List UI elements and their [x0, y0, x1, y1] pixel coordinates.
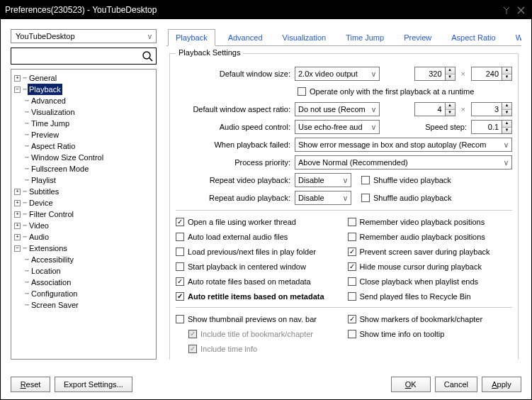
expand-icon[interactable]: +	[14, 200, 21, 206]
checkbox-shuffle-audio[interactable]: Shuffle audio playback	[361, 191, 452, 205]
input-size-height[interactable]: 240▲▼	[471, 67, 512, 81]
collapse-icon[interactable]: −	[14, 87, 21, 93]
collapse-icon[interactable]: −	[14, 245, 21, 252]
checkbox-start-playback-in-centered-window[interactable]: Start playback in centered window	[176, 260, 341, 273]
checkbox-show-markers-of-bookmark-chapter[interactable]: Show markers of bookmark/chapter	[348, 312, 513, 326]
tree-item-general[interactable]: +⋯General	[14, 72, 153, 84]
search-box[interactable]	[11, 48, 157, 65]
checkbox-auto-retitle-items-based-on-metadata[interactable]: Auto retitle items based on metadata	[176, 289, 341, 303]
select-process-priority[interactable]: Above Normal (Recommended)	[295, 155, 512, 170]
checkbox-send-played-files-to-recycle-bin[interactable]: Send played files to Recycle Bin	[348, 289, 513, 303]
checkbox-remember-audio-playback-positions[interactable]: Remember audio playback positions	[348, 230, 513, 243]
checkbox-load-previous-next-files-in-play-folder[interactable]: Load previous/next files in play folder	[176, 245, 341, 258]
input-speed-step[interactable]: 0.1▲▼	[471, 120, 512, 134]
checkbox-icon	[176, 277, 184, 286]
checkbox-remember-video-playback-positions[interactable]: Remember video playback positions	[348, 215, 513, 228]
checkbox-auto-rotate-files-based-on-metadata[interactable]: Auto rotate files based on metadata	[176, 274, 341, 288]
tree-item-time-jump[interactable]: ⋯Time Jump	[14, 118, 153, 129]
select-default-window-size[interactable]: 2.0x video output	[295, 67, 380, 81]
expand-icon[interactable]: +	[14, 75, 21, 82]
tree-label: Window Size Control	[30, 152, 105, 163]
checkbox-shuffle-video[interactable]: Shuffle video playback	[361, 174, 451, 187]
input-ar-width[interactable]: 4▲▼	[414, 102, 455, 116]
checkbox-open-a-file-using-worker-thread[interactable]: Open a file using worker thread	[176, 215, 341, 228]
checkbox-prevent-screen-saver-during-playback[interactable]: Prevent screen saver during playback	[348, 245, 513, 258]
checkbox-icon	[176, 248, 184, 256]
expand-icon[interactable]: +	[14, 234, 21, 240]
tab-wir[interactable]: Wir	[509, 30, 521, 45]
tree-item-screen-saver[interactable]: ⋯Screen Saver	[14, 299, 153, 311]
tree-item-association[interactable]: ⋯Association	[14, 277, 153, 288]
tree-label: Subtitles	[28, 186, 60, 197]
select-audio-speed[interactable]: Use echo-free aud	[295, 120, 380, 134]
expand-icon[interactable]: +	[14, 223, 21, 229]
tree-item-accessibility[interactable]: ⋯Accessibility	[14, 254, 153, 265]
select-default-aspect[interactable]: Do not use (Recom	[295, 102, 380, 116]
search-input[interactable]	[16, 50, 140, 62]
spinner-size-width[interactable]: ▲▼	[445, 67, 455, 80]
tree-item-playback[interactable]: −⋯Playback	[14, 84, 153, 95]
spinner-speed-step[interactable]: ▲▼	[502, 121, 511, 133]
tree-item-visualization[interactable]: ⋯Visualization	[14, 106, 153, 118]
tab-time-jump[interactable]: Time Jump	[339, 30, 391, 45]
tree-label: Audio	[28, 231, 50, 243]
tree-item-subtitles[interactable]: +⋯Subtitles	[14, 186, 153, 197]
tree-item-advanced[interactable]: ⋯Advanced	[14, 95, 153, 106]
label-default-window-size: Default window size:	[176, 70, 295, 78]
pin-icon[interactable]	[500, 4, 513, 16]
tree-item-aspect-ratio[interactable]: ⋯Aspect Ratio	[14, 140, 153, 152]
select-when-failed[interactable]: Show error message in box and stop autop…	[295, 138, 512, 152]
checkbox-show-time-info-on-tooltip[interactable]: Show time info on tooltip	[348, 327, 513, 340]
tree-item-video[interactable]: +⋯Video	[14, 220, 153, 231]
tree-item-filter-control[interactable]: +⋯Filter Control	[14, 209, 153, 220]
tab-preview[interactable]: Preview	[397, 30, 438, 45]
window-title: Preferences(230523) - YouTubeDesktop	[5, 5, 499, 15]
checkbox-show-thumbnail-previews-on-nav-bar[interactable]: Show thumbnail previews on nav. bar	[176, 312, 341, 326]
tab-advanced[interactable]: Advanced	[221, 30, 270, 45]
expand-icon[interactable]: +	[14, 211, 21, 218]
apply-button[interactable]: Apply	[482, 377, 521, 392]
tree-item-configuration[interactable]: ⋯Configuration	[14, 288, 153, 299]
label-speed-step: Speed step:	[425, 123, 467, 131]
titlebar[interactable]: Preferences(230523) - YouTubeDesktop	[1, 1, 531, 19]
multiply-icon: ×	[455, 70, 471, 78]
tab-bar: PlaybackAdvancedVisualizationTime JumpPr…	[166, 29, 521, 46]
spinner-ar-height[interactable]: ▲▼	[502, 103, 511, 116]
tree-label: Fullscreen Mode	[30, 163, 90, 174]
tree-item-extensions[interactable]: −⋯Extensions	[14, 243, 153, 254]
tree-item-fullscreen-mode[interactable]: ⋯Fullscreen Mode	[14, 163, 153, 174]
settings-tree[interactable]: +⋯General−⋯Playback⋯Advanced⋯Visualizati…	[11, 69, 157, 360]
cancel-button[interactable]: Cancel	[435, 377, 477, 392]
spinner-ar-width[interactable]: ▲▼	[445, 103, 455, 116]
input-size-width[interactable]: 320▲▼	[414, 67, 455, 81]
tree-item-audio[interactable]: +⋯Audio	[14, 231, 153, 243]
close-icon[interactable]	[514, 4, 527, 16]
checkbox-auto-load-external-audio-files[interactable]: Auto load external audio files	[176, 230, 341, 243]
checkbox-icon	[298, 87, 306, 96]
tree-item-preview[interactable]: ⋯Preview	[14, 129, 153, 140]
checkbox-icon	[176, 233, 184, 241]
search-icon[interactable]	[140, 49, 154, 63]
checkbox-hide-mouse-cursor-during-playback[interactable]: Hide mouse cursor during playback	[348, 260, 513, 273]
tab-aspect-ratio[interactable]: Aspect Ratio	[444, 30, 502, 45]
tree-item-window-size-control[interactable]: ⋯Window Size Control	[14, 152, 153, 163]
reset-button[interactable]: Reset	[11, 377, 50, 392]
spinner-size-height[interactable]: ▲▼	[502, 67, 511, 80]
tab-playback[interactable]: Playback	[168, 29, 215, 46]
tree-item-playlist[interactable]: ⋯Playlist	[14, 174, 153, 186]
profile-dropdown[interactable]: YouTubeDesktop	[11, 29, 157, 43]
expand-icon[interactable]: +	[14, 189, 21, 195]
multiply-icon: ×	[455, 105, 471, 113]
groupbox-legend: Playback Settings	[176, 48, 243, 57]
tab-visualization[interactable]: Visualization	[276, 30, 334, 45]
export-settings-button[interactable]: Export Settings...	[55, 377, 132, 392]
tree-item-device[interactable]: +⋯Device	[14, 197, 153, 209]
input-ar-height[interactable]: 3▲▼	[471, 102, 512, 116]
checkbox-operate-first[interactable]: Operate only with the first playback at …	[298, 85, 474, 99]
select-repeat-audio[interactable]: Disable	[295, 191, 351, 205]
checkbox-icon	[176, 292, 184, 301]
checkbox-close-playback-when-playlist-ends[interactable]: Close playback when playlist ends	[348, 274, 513, 288]
select-repeat-video[interactable]: Disable	[295, 173, 351, 187]
tree-item-location[interactable]: ⋯Location	[14, 265, 153, 277]
ok-button[interactable]: OK	[391, 377, 431, 392]
